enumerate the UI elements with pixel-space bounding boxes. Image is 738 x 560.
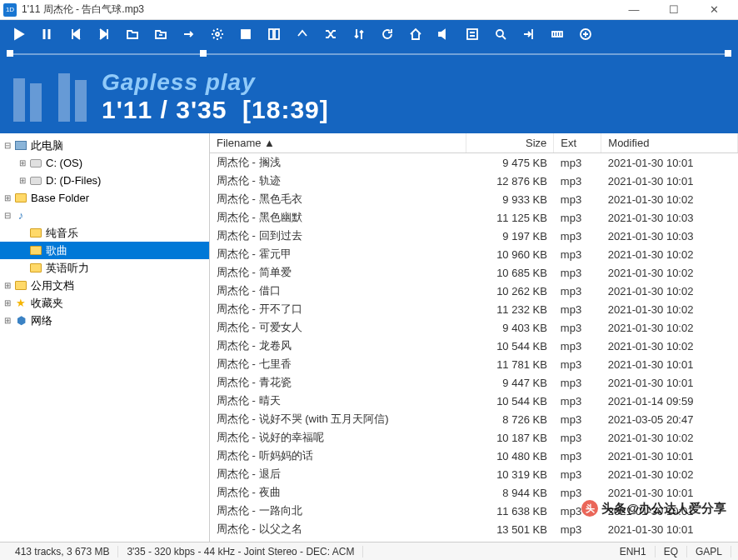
vu-meter <box>13 72 87 122</box>
seek-position-marker[interactable] <box>200 50 207 57</box>
repeat-button[interactable] <box>177 23 202 45</box>
table-row[interactable]: 周杰伦 - 霍元甲 10 960 KB mp3 2021-01-30 10:02 <box>210 245 738 263</box>
table-row[interactable]: 周杰伦 - 七里香 11 781 KB mp3 2021-01-30 10:01 <box>210 355 738 373</box>
cell-ext: mp3 <box>554 373 601 392</box>
col-size[interactable]: Size <box>466 133 554 153</box>
main-content: ⊟此电脑 ⊞C: (OS) ⊞D: (D-Files) ⊞Base Folder… <box>0 133 738 542</box>
table-row[interactable]: 周杰伦 - 夜曲 8 944 KB mp3 2021-01-30 10:01 <box>210 483 738 502</box>
table-row[interactable]: 周杰伦 - 搁浅 9 475 KB mp3 2021-01-30 10:01 <box>210 153 738 172</box>
cell-modified: 2021-01-30 10:02 <box>601 465 738 483</box>
table-row[interactable]: 周杰伦 - 可爱女人 9 403 KB mp3 2021-01-30 10:02 <box>210 318 738 337</box>
col-modified[interactable]: Modified <box>601 133 738 153</box>
cell-modified: 2021-01-30 10:02 <box>601 282 738 300</box>
folder-tree[interactable]: ⊟此电脑 ⊞C: (OS) ⊞D: (D-Files) ⊞Base Folder… <box>0 133 210 542</box>
view-button[interactable] <box>262 23 287 45</box>
cell-filename: 周杰伦 - 一路向北 <box>210 502 466 520</box>
table-row[interactable]: 周杰伦 - 回到过去 9 197 KB mp3 2021-01-30 10:03 <box>210 227 738 245</box>
status-eq[interactable]: EQ <box>656 546 687 558</box>
cell-ext: mp3 <box>554 355 601 373</box>
tree-node-music[interactable]: ⊟♪ <box>0 207 209 224</box>
status-gapless[interactable]: GAPL <box>687 546 731 558</box>
svg-rect-4 <box>467 29 477 39</box>
stop-button[interactable] <box>233 23 258 45</box>
minimize-button[interactable]: — <box>621 3 646 16</box>
table-row[interactable]: 周杰伦 - 听妈妈的话 10 480 KB mp3 2021-01-30 10:… <box>210 447 738 465</box>
next-button[interactable] <box>92 23 117 45</box>
cell-filename: 周杰伦 - 以父之名 <box>210 520 466 538</box>
shuffle-button[interactable] <box>318 23 343 45</box>
sort-button[interactable] <box>347 23 371 45</box>
home-button[interactable] <box>403 23 428 45</box>
tree-node-network[interactable]: ⊞⬢网络 <box>0 312 209 329</box>
svg-rect-2 <box>269 29 273 39</box>
tree-node-public-docs[interactable]: ⊞公用文档 <box>0 277 209 294</box>
cell-size: 8 944 KB <box>466 483 554 502</box>
cell-filename: 周杰伦 - 开不了口 <box>210 300 466 318</box>
add-button[interactable] <box>573 23 598 45</box>
tree-node-base-folder[interactable]: ⊞Base Folder <box>0 189 209 207</box>
table-row[interactable]: 周杰伦 - 以父之名 13 501 KB mp3 2021-01-30 10:0… <box>210 520 738 538</box>
table-row[interactable]: 周杰伦 - 青花瓷 9 447 KB mp3 2021-01-30 10:01 <box>210 373 738 392</box>
equalizer-button[interactable] <box>545 23 570 45</box>
tree-node-drive-c[interactable]: ⊞C: (OS) <box>0 154 209 172</box>
table-row[interactable]: 周杰伦 - 退后 10 319 KB mp3 2021-01-30 10:02 <box>210 465 738 483</box>
table-row[interactable]: 周杰伦 - 黑色毛衣 9 933 KB mp3 2021-01-30 10:02 <box>210 190 738 208</box>
table-row[interactable]: 周杰伦 - 晴天 10 544 KB mp3 2021-01-14 09:59 <box>210 392 738 410</box>
maximize-button[interactable]: ☐ <box>661 3 686 16</box>
cell-modified: 2021-01-30 10:02 <box>601 190 738 208</box>
cell-size: 10 960 KB <box>466 245 554 263</box>
table-row[interactable]: 周杰伦 - 龙卷风 10 544 KB mp3 2021-01-30 10:02 <box>210 337 738 355</box>
pause-button[interactable] <box>35 23 60 45</box>
prev-button[interactable] <box>63 23 88 45</box>
cell-filename: 周杰伦 - 搁浅 <box>210 153 466 172</box>
cell-filename: 周杰伦&潘儿 - 夜的第七章 <box>210 538 466 542</box>
volume-button[interactable] <box>431 23 456 45</box>
table-row[interactable]: 周杰伦 - 开不了口 11 232 KB mp3 2021-01-30 10:0… <box>210 300 738 318</box>
cell-size: 9 403 KB <box>466 318 554 337</box>
cell-ext: mp3 <box>554 465 601 483</box>
table-row[interactable]: 周杰伦 - 轨迹 12 876 KB mp3 2021-01-30 10:01 <box>210 172 738 190</box>
tree-node-english-listening[interactable]: 英语听力 <box>0 259 209 277</box>
cell-ext: mp3 <box>554 282 601 300</box>
seek-start-marker <box>7 50 13 57</box>
app-icon: 1D <box>3 3 17 17</box>
bookmark-button[interactable] <box>516 23 541 45</box>
status-track-count: 413 tracks, 3 673 MB <box>7 546 118 558</box>
svg-point-0 <box>216 32 219 36</box>
settings-button[interactable] <box>205 23 230 45</box>
tree-node-drive-d[interactable]: ⊞D: (D-Files) <box>0 172 209 189</box>
refresh-button[interactable] <box>375 23 400 45</box>
title-bar: 1D 1'11 周杰伦 - 告白气球.mp3 — ☐ ✕ <box>0 0 738 20</box>
tree-node-computer[interactable]: ⊟此电脑 <box>0 137 209 154</box>
table-row[interactable]: 周杰伦 - 借口 10 262 KB mp3 2021-01-30 10:02 <box>210 282 738 300</box>
tree-node-pure-music[interactable]: 纯音乐 <box>0 224 209 242</box>
table-header[interactable]: Filename ▲ Size Ext Modified <box>210 133 738 153</box>
status-enh[interactable]: ENH1 <box>611 546 656 558</box>
cell-filename: 周杰伦 - 可爱女人 <box>210 318 466 337</box>
cell-modified: 2021-01-30 10:02 <box>601 263 738 282</box>
play-button[interactable] <box>7 23 32 45</box>
cell-ext: mp3 <box>554 483 601 502</box>
seek-bar[interactable] <box>0 48 738 60</box>
open-file-button[interactable] <box>120 23 145 45</box>
playlist-button[interactable] <box>460 23 485 45</box>
table-row[interactable]: 周杰伦 - 说好的幸福呢 10 187 KB mp3 2021-01-30 10… <box>210 428 738 447</box>
tree-node-songs-selected[interactable]: 歌曲 <box>0 242 209 259</box>
table-row[interactable]: 周杰伦 - 说好不哭 (with 五月天阿信) 8 726 KB mp3 202… <box>210 410 738 428</box>
cell-filename: 周杰伦 - 说好不哭 (with 五月天阿信) <box>210 410 466 428</box>
cell-modified: 2021-01-30 10:01 <box>601 172 738 190</box>
up-button[interactable] <box>290 23 315 45</box>
col-filename[interactable]: Filename ▲ <box>210 133 466 153</box>
cell-size: 9 447 KB <box>466 373 554 392</box>
search-button[interactable] <box>488 23 513 45</box>
table-row[interactable]: 周杰伦 - 简单爱 10 685 KB mp3 2021-01-30 10:02 <box>210 263 738 282</box>
open-folder-button[interactable] <box>148 23 173 45</box>
tree-node-favorites[interactable]: ⊞★收藏夹 <box>0 294 209 312</box>
file-list[interactable]: Filename ▲ Size Ext Modified 周杰伦 - 搁浅 9 … <box>210 133 738 542</box>
table-row[interactable]: 周杰伦&潘儿 - 夜的第七章 <box>210 538 738 542</box>
close-button[interactable]: ✕ <box>701 3 726 16</box>
table-row[interactable]: 周杰伦 - 黑色幽默 11 125 KB mp3 2021-01-30 10:0… <box>210 208 738 227</box>
cell-filename: 周杰伦 - 简单爱 <box>210 263 466 282</box>
svg-rect-3 <box>275 29 279 39</box>
col-ext[interactable]: Ext <box>554 133 601 153</box>
